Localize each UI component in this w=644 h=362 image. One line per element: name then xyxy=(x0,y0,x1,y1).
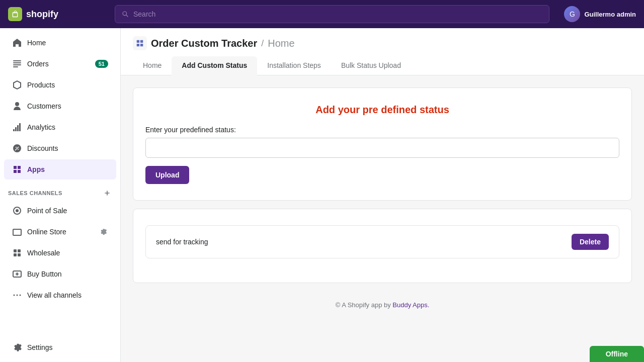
footer-text: © A Shopify app by xyxy=(336,301,391,309)
svg-rect-6 xyxy=(18,253,21,256)
upload-button[interactable]: Upload xyxy=(145,166,189,184)
svg-rect-5 xyxy=(14,253,17,256)
breadcrumb-app-icon xyxy=(133,36,147,50)
sidebar-item-home[interactable]: Home xyxy=(4,33,116,53)
tab-installation-steps[interactable]: Installation Steps xyxy=(257,56,331,75)
topbar-right: G Guillermo admin xyxy=(555,6,636,22)
sidebar-item-analytics[interactable]: Analytics xyxy=(4,117,116,137)
sidebar-item-buy-button[interactable]: Buy Button xyxy=(4,264,116,284)
shopify-bag-icon xyxy=(8,7,22,21)
sidebar-label-customers: Customers xyxy=(27,102,61,110)
svg-rect-13 xyxy=(137,44,139,46)
svg-point-8 xyxy=(14,295,15,296)
online-store-icon xyxy=(12,227,22,237)
settings-gear-icon[interactable] xyxy=(98,227,108,237)
buy-button-icon xyxy=(12,269,22,279)
avatar: G xyxy=(564,6,580,22)
svg-rect-4 xyxy=(18,249,21,252)
orders-icon xyxy=(12,59,22,69)
sidebar-item-discounts[interactable]: Discounts xyxy=(4,138,116,158)
search-input[interactable] xyxy=(133,10,543,18)
search-icon xyxy=(121,10,129,18)
sidebar-label-wholesale: Wholesale xyxy=(27,249,60,257)
status-item-0: send for tracking Delete xyxy=(145,225,619,258)
content-body: Add your pre defined status Enter your p… xyxy=(121,75,644,362)
tab-bulk-status-upload[interactable]: Bulk Status Upload xyxy=(331,56,411,75)
footer-link[interactable]: Buddy Apps. xyxy=(392,301,429,309)
sidebar-label-apps: Apps xyxy=(27,165,45,173)
main-layout: Home Orders 51 Products xyxy=(0,28,644,362)
status-list-card: send for tracking Delete xyxy=(133,209,632,283)
sales-channels-header: SALES CHANNELS xyxy=(0,180,120,200)
topbar: shopify G Guillermo admin xyxy=(0,0,644,28)
sidebar-label-home: Home xyxy=(27,39,46,47)
svg-rect-2 xyxy=(13,229,21,235)
offline-badge: Offline xyxy=(590,346,644,362)
sidebar-label-orders: Orders xyxy=(27,60,49,68)
search-bar[interactable] xyxy=(115,5,549,23)
sidebar-item-customers[interactable]: Customers xyxy=(4,96,116,116)
tab-add-custom-status[interactable]: Add Custom Status xyxy=(172,56,257,75)
customers-icon xyxy=(12,101,22,111)
svg-point-10 xyxy=(20,295,21,296)
sidebar-item-settings[interactable]: Settings xyxy=(4,337,116,357)
delete-button-0[interactable]: Delete xyxy=(572,234,609,250)
breadcrumb: Order Custom Tracker / Home xyxy=(133,36,632,50)
tabs: Home Add Custom Status Installation Step… xyxy=(133,56,632,75)
sidebar-label-online-store: Online Store xyxy=(27,228,66,236)
logo[interactable]: shopify xyxy=(8,7,109,21)
sidebar-item-apps[interactable]: Apps xyxy=(4,159,116,179)
sidebar-item-view-all-channels[interactable]: View all channels xyxy=(4,285,116,305)
breadcrumb-separator: / xyxy=(261,38,264,49)
content: Order Custom Tracker / Home Home Add Cus… xyxy=(121,28,644,362)
sidebar-item-point-of-sale[interactable]: Point of Sale xyxy=(4,201,116,221)
wholesale-icon xyxy=(12,248,22,258)
sidebar-label-buy-button: Buy Button xyxy=(27,270,62,278)
discounts-icon xyxy=(12,143,22,153)
svg-rect-14 xyxy=(140,44,143,46)
home-icon xyxy=(12,38,22,48)
orders-badge: 51 xyxy=(95,60,108,68)
sidebar-item-products[interactable]: Products xyxy=(4,75,116,95)
sidebar-label-pos: Point of Sale xyxy=(27,207,67,215)
add-sales-channel-icon[interactable] xyxy=(102,188,112,198)
sidebar-label-settings: Settings xyxy=(27,343,53,351)
sidebar-label-products: Products xyxy=(27,81,55,89)
svg-rect-3 xyxy=(14,249,17,252)
sidebar-label-view-all: View all channels xyxy=(27,291,82,299)
breadcrumb-app-name: Order Custom Tracker xyxy=(151,38,257,49)
pos-icon xyxy=(12,206,22,216)
settings-icon xyxy=(12,342,22,352)
form-label: Enter your predefined status: xyxy=(145,126,619,134)
breadcrumb-current: Home xyxy=(268,38,294,49)
sidebar-label-discounts: Discounts xyxy=(27,144,58,152)
sidebar-item-online-store[interactable]: Online Store xyxy=(4,222,116,242)
logo-text: shopify xyxy=(26,9,58,20)
products-icon xyxy=(12,80,22,90)
content-header: Order Custom Tracker / Home Home Add Cus… xyxy=(121,28,644,75)
svg-point-9 xyxy=(17,295,18,296)
status-input[interactable] xyxy=(145,138,619,158)
sidebar-item-orders[interactable]: Orders 51 xyxy=(4,54,116,74)
svg-rect-12 xyxy=(140,40,143,43)
svg-point-1 xyxy=(16,209,19,212)
sidebar-label-analytics: Analytics xyxy=(27,123,55,131)
add-status-card: Add your pre defined status Enter your p… xyxy=(133,87,632,201)
svg-rect-11 xyxy=(137,40,139,43)
footer: © A Shopify app by Buddy Apps. xyxy=(133,291,632,319)
status-item-text-0: send for tracking xyxy=(156,238,208,246)
sidebar: Home Orders 51 Products xyxy=(0,28,121,362)
apps-icon xyxy=(12,164,22,174)
user-name: Guillermo admin xyxy=(584,11,636,18)
user-info: Guillermo admin xyxy=(584,11,636,18)
ellipsis-icon xyxy=(12,290,22,300)
analytics-icon xyxy=(12,122,22,132)
tab-home[interactable]: Home xyxy=(133,56,172,75)
card-title: Add your pre defined status xyxy=(145,104,619,116)
sidebar-item-wholesale[interactable]: Wholesale xyxy=(4,243,116,263)
